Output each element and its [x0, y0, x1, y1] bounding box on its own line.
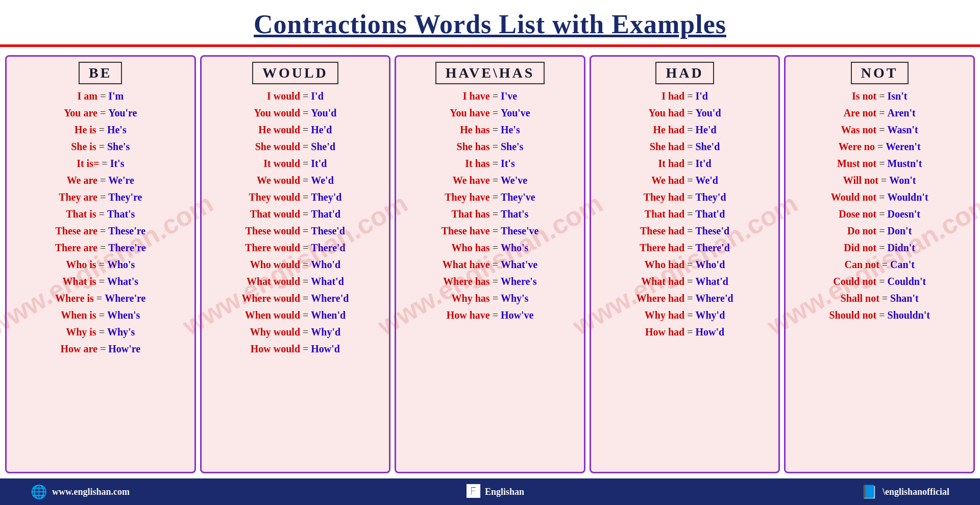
contraction-left: Can not	[844, 259, 879, 270]
contraction-right: She's	[501, 141, 523, 152]
contraction-left: He has	[460, 124, 489, 135]
contraction-eq: =	[300, 276, 311, 287]
contraction-left: They had	[644, 191, 685, 203]
contraction-right: These've	[501, 225, 538, 236]
contraction-item: These would = These'd	[205, 223, 386, 239]
contraction-item: She has = She's	[399, 139, 581, 155]
column-items-would: I would = I'dYou would = You'dHe would =…	[205, 88, 386, 357]
contraction-left: Who has	[452, 242, 490, 253]
footer-website: 🌐 www.englishan.com	[31, 484, 130, 500]
contraction-left: They are	[59, 191, 97, 203]
contraction-left: Where had	[636, 293, 685, 304]
contraction-right: He'd	[696, 124, 717, 135]
page-title: Contractions Words List with Examples	[0, 0, 980, 44]
contraction-right: Where're	[105, 293, 145, 304]
contraction-left: He had	[653, 124, 685, 135]
column-items-be: I am = I'mYou are = You'reHe is = He'sSh…	[10, 88, 191, 357]
contraction-left: It has	[465, 158, 489, 169]
column-had: www.englishan.comHADI had = I'dYou had =…	[590, 55, 780, 473]
facebook-icon: 📘	[861, 484, 877, 500]
contraction-item: She would = She'd	[205, 139, 386, 155]
contraction-right: How'd	[696, 326, 725, 338]
contraction-item: I am = I'm	[10, 88, 191, 104]
contraction-item: Why is = Why's	[10, 324, 191, 340]
contraction-eq: =	[97, 343, 108, 354]
contraction-left: That has	[452, 208, 490, 220]
contraction-right: There'd	[696, 242, 730, 253]
contraction-right: Why's	[107, 326, 135, 338]
footer: 🌐 www.englishan.com 🅴 Englishan 📘 \engli…	[0, 478, 980, 505]
column-header-would: WOULD	[252, 62, 338, 84]
contraction-left: He would	[258, 124, 300, 135]
contraction-right: They'd	[311, 191, 341, 203]
contraction-item: Who has = Who's	[399, 240, 581, 256]
contraction-right: What's	[107, 276, 138, 287]
contraction-eq: =	[684, 242, 695, 253]
contraction-right: I'm	[108, 90, 124, 102]
contraction-right: She's	[107, 141, 130, 152]
contraction-left: Do not	[847, 225, 876, 236]
contraction-right: We'd	[696, 175, 718, 186]
contraction-item: Are not = Aren't	[789, 105, 970, 121]
contraction-eq: =	[490, 158, 501, 169]
contraction-left: That had	[645, 208, 684, 220]
contraction-eq: =	[684, 293, 695, 304]
contraction-item: That had = That'd	[594, 206, 776, 222]
contraction-eq: =	[300, 124, 311, 135]
contraction-right: I'd	[311, 90, 323, 102]
contraction-item: Who had = Who'd	[594, 257, 776, 273]
contraction-right: They're	[108, 191, 142, 203]
contraction-eq: =	[300, 90, 311, 102]
contraction-right: Aren't	[888, 107, 916, 118]
contraction-left: There had	[640, 242, 684, 253]
contraction-item: What have = What've	[399, 257, 581, 273]
contraction-item: Should not = Shouldn't	[789, 307, 970, 323]
contraction-left: Must not	[837, 158, 876, 169]
contraction-eq: =	[96, 141, 107, 152]
column-items-havehas: I have = I'veYou have = You'veHe has = H…	[399, 88, 581, 323]
contraction-right: Didn't	[888, 242, 915, 253]
contraction-right: When'd	[311, 309, 346, 321]
contraction-item: They have = They've	[399, 189, 581, 205]
contraction-left: Why is	[66, 326, 96, 338]
contraction-left: Is not	[852, 90, 876, 102]
contraction-eq: =	[490, 90, 501, 102]
contraction-left: They have	[445, 191, 489, 203]
contraction-eq: =	[300, 158, 311, 169]
contraction-eq: =	[490, 293, 501, 304]
contraction-right: He's	[107, 124, 127, 135]
contraction-eq: =	[97, 107, 108, 118]
contraction-left: Why would	[250, 326, 300, 338]
contraction-left: You have	[450, 107, 489, 118]
contraction-right: That'd	[696, 208, 725, 220]
contraction-right: It's	[501, 158, 515, 169]
contraction-right: How've	[501, 309, 533, 321]
contraction-item: Where is = Where're	[10, 291, 191, 306]
contraction-eq: =	[684, 158, 695, 169]
contraction-right: You'd	[311, 107, 336, 118]
contraction-right: That's	[501, 208, 528, 220]
contraction-eq: =	[876, 90, 887, 102]
contraction-item: Why would = Why'd	[205, 324, 386, 340]
contraction-item: There would = There'd	[205, 240, 386, 256]
contraction-right: Who'd	[311, 259, 340, 270]
contraction-item: There are = There're	[10, 240, 191, 256]
contraction-left: How have	[447, 309, 490, 321]
contraction-eq: =	[300, 191, 311, 203]
contraction-left: Shall not	[841, 293, 879, 304]
contraction-right: Wasn't	[888, 124, 918, 135]
contraction-left: These have	[442, 225, 490, 236]
contraction-item: She is = She's	[10, 139, 191, 155]
contraction-left: You would	[254, 107, 300, 118]
footer-brand-text: Englishan	[485, 487, 524, 497]
contraction-item: Who is = Who's	[10, 257, 191, 273]
contraction-right: Why's	[501, 293, 528, 304]
contraction-eq: =	[300, 225, 311, 236]
contraction-right: Who'd	[696, 259, 725, 270]
contraction-right: It'd	[696, 158, 712, 169]
contraction-item: Did not = Didn't	[789, 240, 970, 256]
contraction-left: These had	[640, 225, 684, 236]
contraction-left: What would	[247, 276, 300, 287]
contraction-left: We are	[67, 175, 97, 186]
contraction-item: You are = You're	[10, 105, 191, 121]
